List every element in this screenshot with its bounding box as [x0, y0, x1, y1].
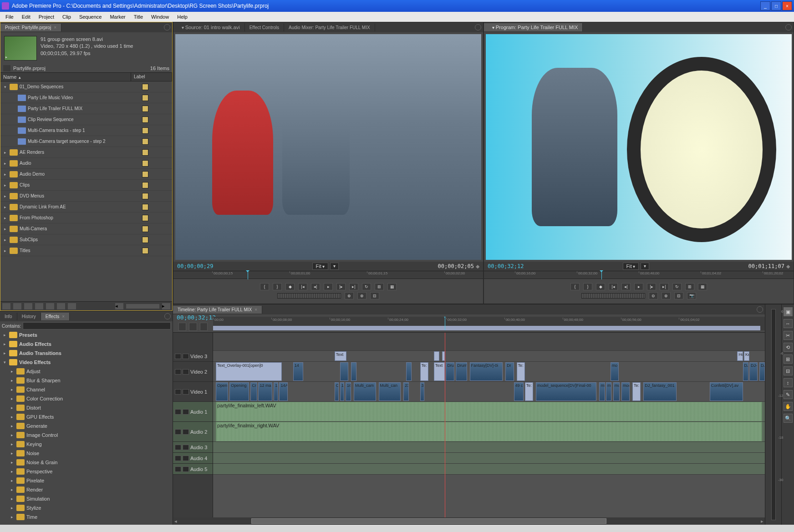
- timeline-clip[interactable]: 3: [420, 382, 425, 401]
- effects-folder[interactable]: ▸Distort: [0, 403, 173, 412]
- timeline-clip[interactable]: Te:: [525, 382, 533, 401]
- trim-button[interactable]: ⊟: [674, 292, 683, 299]
- mark-out-button[interactable]: }: [273, 283, 282, 290]
- track-toggle[interactable]: [175, 456, 181, 461]
- menu-edit[interactable]: Edit: [18, 13, 34, 20]
- track-toggle[interactable]: [175, 466, 181, 472]
- timeline-ruler[interactable]: 00;0000;00;08;0000;00;16;0000;00;24;0000…: [213, 317, 765, 330]
- scroll-right-button[interactable]: ▸: [162, 303, 170, 309]
- timeline-clip[interactable]: mo: [606, 382, 611, 401]
- timeline-clip[interactable]: mi: [599, 382, 605, 401]
- timeline-clip[interactable]: DJ: [759, 362, 765, 381]
- toggle-take-button[interactable]: ⊟: [370, 292, 379, 299]
- timeline-clip[interactable]: Confetti[DV].av: [710, 382, 743, 401]
- tree-row[interactable]: ▸DVD Menus: [0, 191, 172, 202]
- timeline-clip[interactable]: Opening: [229, 382, 249, 401]
- effects-folder[interactable]: ▸Presets: [0, 330, 173, 339]
- tree-row[interactable]: ▸SubClips: [0, 234, 172, 245]
- effects-folder[interactable]: ▸GPU Effects: [0, 412, 173, 421]
- effects-folder[interactable]: ▾Video Effects: [0, 358, 173, 367]
- timeline-clip[interactable]: Text_Overlay-001[open]0: [216, 362, 282, 381]
- panel-menu-icon[interactable]: [475, 24, 481, 30]
- audio-mixer-tab[interactable]: Audio Mixer: Party Life Trailer FULL MIX: [284, 24, 375, 31]
- timeline-clip[interactable]: [340, 362, 348, 381]
- tool-button-8[interactable]: ✋: [784, 402, 793, 411]
- video-track-lane[interactable]: OpenOpeningCr12 ma114AC116Multi_camMulti…: [213, 382, 765, 402]
- menu-file[interactable]: File: [2, 13, 17, 20]
- delete-button[interactable]: [68, 303, 76, 309]
- export-frame-button[interactable]: 📷: [687, 292, 696, 299]
- timeline-clip[interactable]: DJ: [743, 362, 748, 381]
- timeline-clip[interactable]: Te:: [632, 382, 641, 401]
- effects-folder[interactable]: ▸Audio Transitions: [0, 349, 173, 358]
- label-swatch[interactable]: [142, 193, 148, 199]
- menu-window[interactable]: Window: [148, 13, 173, 20]
- program-tab[interactable]: ▾ Program: Party Life Trailer FULL MIX: [484, 23, 583, 31]
- close-button[interactable]: ×: [782, 1, 792, 10]
- panel-menu-icon[interactable]: [757, 306, 763, 313]
- track-lock[interactable]: [183, 466, 189, 472]
- timeline-scrollbar[interactable]: ◂ ▸: [173, 517, 765, 525]
- tool-button-7[interactable]: ✎: [784, 390, 793, 399]
- effects-folder[interactable]: ▸Simulation: [0, 494, 173, 503]
- effects-folder[interactable]: ▸Pixelate: [0, 476, 173, 485]
- icon-view-button[interactable]: [13, 303, 21, 309]
- overwrite-button[interactable]: ⊗: [357, 292, 366, 299]
- source-tc-current[interactable]: 00;00;00;29: [177, 263, 213, 269]
- tree-row[interactable]: ▸Titles: [0, 245, 172, 256]
- timeline-audio-clip[interactable]: partylife_finalmix_left.WAV: [216, 402, 762, 421]
- tool-3[interactable]: [200, 323, 208, 331]
- marker-tool[interactable]: [189, 323, 197, 331]
- tree-row[interactable]: Multi-Camera tracks - step 1: [0, 125, 172, 136]
- label-swatch[interactable]: [142, 138, 148, 145]
- timeline-clip[interactable]: 49 c: [514, 382, 524, 401]
- effects-folder[interactable]: ▸Noise: [0, 449, 173, 458]
- mark-out-button[interactable]: }: [583, 283, 592, 290]
- timeline-clip[interactable]: 1: [340, 382, 345, 401]
- column-label[interactable]: Label: [131, 73, 172, 81]
- audio-track-lane[interactable]: [213, 464, 765, 475]
- timeline-clip[interactable]: Dr: [505, 362, 514, 381]
- label-swatch[interactable]: [142, 149, 148, 156]
- set-marker-button[interactable]: ◆: [285, 283, 295, 290]
- tree-row[interactable]: Party Life Music Video: [0, 92, 172, 103]
- find-button[interactable]: [35, 303, 43, 309]
- lift-button[interactable]: ⊖: [649, 292, 658, 299]
- label-swatch[interactable]: [142, 117, 148, 123]
- effect-controls-tab[interactable]: Effect Controls: [245, 24, 284, 31]
- label-swatch[interactable]: [142, 95, 148, 101]
- tool-button-0[interactable]: ▣: [784, 307, 793, 316]
- menu-sequence[interactable]: Sequence: [76, 13, 106, 20]
- tree-row[interactable]: ▸From Photoshop: [0, 213, 172, 223]
- insert-button[interactable]: ⊕: [345, 292, 354, 299]
- set-marker-button[interactable]: ◆: [596, 283, 605, 290]
- timeline-clip[interactable]: 1: [274, 382, 278, 401]
- menu-project[interactable]: Project: [35, 13, 58, 20]
- tree-row[interactable]: ▾01_Demo Sequences: [0, 81, 172, 92]
- track-toggle[interactable]: [175, 445, 181, 450]
- tool-button-5[interactable]: ⊟: [784, 366, 793, 375]
- timeline-clip[interactable]: Text: [434, 362, 445, 381]
- track-lock[interactable]: [183, 369, 189, 375]
- tool-button-9[interactable]: 🔍: [784, 414, 793, 423]
- source-view[interactable]: [175, 34, 481, 260]
- output-button[interactable]: ▦: [698, 283, 707, 290]
- timeline-tab[interactable]: Timeline: Party Life Trailer FULL MIX: [173, 306, 262, 314]
- timeline-clip[interactable]: Text: [335, 351, 347, 361]
- audio-track-header[interactable]: Audio 4: [173, 453, 213, 464]
- label-swatch[interactable]: [142, 106, 148, 112]
- track-lock[interactable]: [183, 445, 189, 450]
- goto-out-button[interactable]: ▸|: [660, 283, 669, 290]
- effects-folder[interactable]: ▸Audio Effects: [0, 339, 173, 349]
- timeline-clip[interactable]: mod: [613, 382, 620, 401]
- clip-thumbnail[interactable]: [4, 36, 37, 61]
- tree-row[interactable]: ▸Clips: [0, 180, 172, 191]
- label-swatch[interactable]: [142, 248, 148, 254]
- play-button[interactable]: ▸: [324, 283, 333, 290]
- timeline-clip[interactable]: Fantasy[DV]-0i: [470, 362, 503, 381]
- effects-folder[interactable]: ▸Image Control: [0, 431, 173, 440]
- source-ruler[interactable]: 00;00;00;1500;00;01;0000;00;01;1500;00;0…: [173, 271, 483, 279]
- step-back-button[interactable]: ◂|: [621, 283, 631, 290]
- tab-history[interactable]: History: [17, 313, 41, 320]
- effects-folder[interactable]: ▸Stylize: [0, 503, 173, 512]
